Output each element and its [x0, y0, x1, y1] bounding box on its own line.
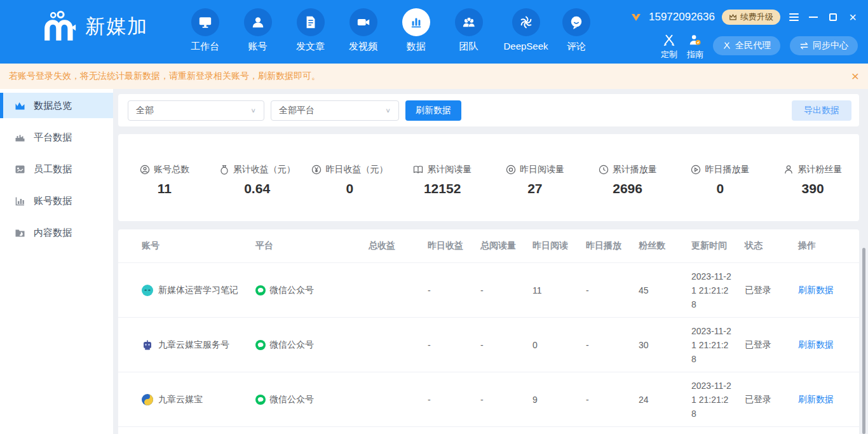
sidebar-item-platform-data[interactable]: 平台数据 — [0, 125, 113, 150]
guide-tool[interactable]: 指南 — [687, 33, 703, 60]
account-filter-dropdown[interactable]: 全部 ∨ — [128, 100, 264, 121]
nav-label: 发文章 — [296, 41, 325, 53]
cell-updated-time: 2023-11-21 21:21:28 — [691, 269, 732, 311]
team-icon — [462, 15, 476, 29]
sidebar-item-data-overview[interactable]: 数据总览 — [0, 93, 113, 118]
sync-center-button[interactable]: 同步中心 — [790, 36, 858, 55]
article-icon — [304, 15, 318, 29]
top-bar: 新媒加 工作台 账号 发文章 发视频 — [0, 0, 868, 64]
export-data-button[interactable]: 导出数据 — [792, 100, 851, 121]
sidebar-item-account-data[interactable]: 账号数据 — [0, 188, 113, 214]
stat-label: 昨日阅读量 — [520, 164, 564, 175]
staff-chart-icon — [15, 165, 25, 174]
banner-close-icon[interactable]: × — [851, 69, 859, 83]
crossed-pens-icon — [662, 33, 676, 47]
nav-item-comments[interactable]: 评论 — [557, 8, 596, 53]
user-circle-icon — [140, 165, 150, 175]
nav-item-accounts[interactable]: 账号 — [231, 8, 284, 53]
table-row: 九章云媒宝 微信公众号 - - 9 - 24 2023-11-21 21:21:… — [118, 372, 859, 427]
col-header-yesterday-reads: 昨日阅读 — [532, 240, 586, 252]
maximize-icon[interactable] — [827, 11, 839, 24]
menu-icon[interactable] — [787, 11, 800, 24]
nav-item-publish-video[interactable]: 发视频 — [337, 8, 390, 53]
sidebar: 数据总览 平台数据 员工数据 账号数据 内容数据 — [0, 89, 113, 434]
nav-item-workbench[interactable]: 工作台 — [179, 8, 231, 53]
chevron-down-icon: ∨ — [250, 107, 256, 114]
national-agent-button[interactable]: 全民代理 — [713, 36, 780, 55]
platform-filter-dropdown[interactable]: 全部平台 ∨ — [271, 100, 399, 121]
content-folder-icon — [15, 228, 25, 238]
monitor-icon — [198, 15, 212, 29]
cell-yesterday-plays: - — [586, 340, 639, 350]
renew-upgrade-badge[interactable]: 续费升级 — [722, 10, 780, 25]
refresh-row-link[interactable]: 刷新数据 — [798, 285, 844, 296]
stat-label: 累计播放量 — [613, 164, 657, 175]
platform-filter-value: 全部平台 — [279, 105, 315, 116]
cell-yesterday-income: - — [428, 285, 480, 295]
sync-center-label: 同步中心 — [813, 40, 848, 51]
stat-label: 昨日播放量 — [705, 164, 749, 175]
stat-value: 11 — [118, 181, 211, 196]
main-nav: 工作台 账号 发文章 发视频 数据 — [179, 8, 596, 53]
stat-value: 0.64 — [211, 181, 304, 196]
stat-value: 12152 — [396, 181, 489, 196]
wechat-icon — [255, 285, 266, 295]
stat-label: 累计阅读量 — [427, 164, 471, 175]
account-avatar — [142, 285, 153, 296]
sidebar-item-content-data[interactable]: 内容数据 — [0, 220, 113, 245]
nav-item-data[interactable]: 数据 — [390, 8, 442, 53]
user-icon — [251, 15, 265, 29]
sidebar-item-label: 内容数据 — [34, 227, 72, 239]
stat-value: 390 — [766, 181, 859, 196]
open-book-icon — [413, 165, 423, 175]
header-tools: 定制 指南 全民代理 同步中心 — [661, 33, 858, 60]
nav-item-publish-article[interactable]: 发文章 — [284, 8, 337, 53]
stat-label: 累计粉丝量 — [797, 164, 842, 175]
wechat-icon — [255, 395, 266, 405]
clock-icon — [599, 165, 609, 175]
cell-total-reads: - — [480, 340, 532, 350]
account-avatar — [142, 339, 153, 351]
minimize-icon[interactable] — [807, 11, 820, 24]
col-header-updated: 更新时间 — [691, 240, 745, 252]
titlebar-right: 15972092636 续费升级 × — [630, 10, 859, 25]
vip-icon — [630, 12, 642, 22]
platform-name: 微信公众号 — [269, 339, 314, 351]
col-header-yesterday-plays: 昨日播放 — [586, 240, 639, 252]
status-badge: 已登录 — [745, 285, 798, 296]
refresh-data-button[interactable]: 刷新数据 — [405, 100, 461, 121]
refresh-row-link[interactable]: 刷新数据 — [798, 394, 844, 405]
table-row: 九章云媒宝服务号 微信公众号 - - 0 - 30 2023-11-21 21:… — [118, 318, 859, 372]
refresh-row-link[interactable]: 刷新数据 — [798, 339, 844, 351]
app-title: 新媒加 — [85, 13, 148, 40]
account-name: 九章云媒宝 — [158, 394, 203, 405]
sidebar-item-staff-data[interactable]: 员工数据 — [0, 156, 113, 182]
sidebar-item-label: 账号数据 — [34, 195, 72, 207]
nav-item-deepseek[interactable]: DeepSeek — [495, 8, 557, 53]
col-header-actions: 操作 — [798, 240, 844, 252]
account-avatar — [142, 394, 153, 405]
col-header-status: 状态 — [745, 240, 798, 252]
col-header-yesterday-income: 昨日收益 — [428, 240, 480, 252]
nav-label: 工作台 — [191, 41, 219, 53]
agent-pen-icon — [722, 41, 731, 50]
stat-value: 27 — [489, 181, 581, 196]
nav-label: DeepSeek — [503, 41, 548, 51]
cell-updated-time: 2023-11-21 21:21:28 — [691, 379, 732, 421]
cell-yesterday-reads: 11 — [532, 285, 586, 295]
stat-yesterday-reads: 昨日阅读量 27 — [489, 164, 581, 221]
sidebar-item-label: 员工数据 — [34, 163, 72, 175]
vertical-scrollbar[interactable] — [862, 248, 865, 434]
cell-fans: 24 — [639, 395, 691, 405]
warning-banner: 若账号登录失效，将无法统计最新数据，请重新登录相关账号，刷新数据即可。 × — [0, 64, 868, 89]
guide-person-icon — [688, 33, 702, 47]
comment-icon — [569, 15, 583, 29]
close-window-icon[interactable]: × — [846, 11, 859, 24]
yuan-circle-icon — [311, 165, 322, 175]
stat-total-plays: 累计播放量 2696 — [581, 164, 674, 221]
customize-tool[interactable]: 定制 — [661, 33, 677, 60]
status-badge: 已登录 — [745, 339, 798, 351]
sidebar-item-label: 数据总览 — [34, 100, 72, 112]
stat-total-fans: 累计粉丝量 390 — [766, 164, 859, 221]
nav-item-team[interactable]: 团队 — [442, 8, 495, 53]
